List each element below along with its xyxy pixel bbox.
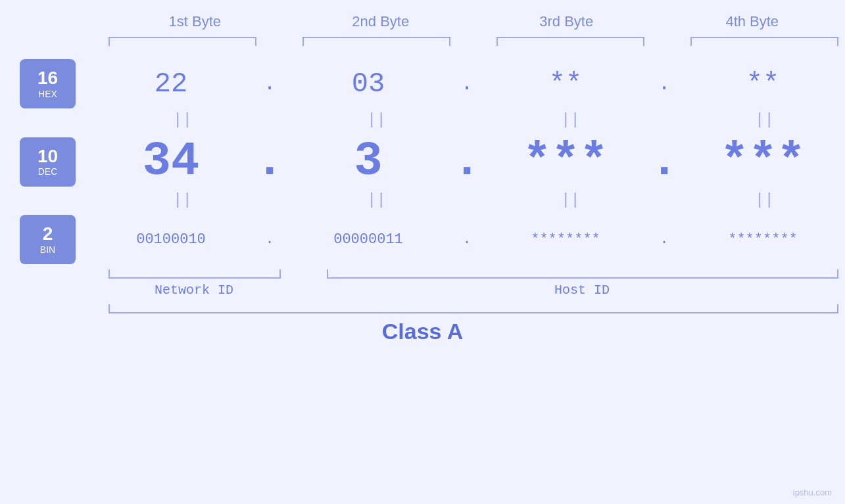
dec-byte4: *** — [681, 135, 845, 189]
dec-badge: 10 DEC — [20, 137, 76, 187]
class-a-row: Class A — [0, 319, 845, 344]
dec-row: 10 DEC 34 . 3 . *** . *** — [0, 135, 845, 189]
bin-byte2: 00000011 — [286, 231, 450, 248]
hex-badge-number: 16 — [37, 68, 58, 89]
equals-row-1: || || || || — [0, 111, 845, 129]
hex-byte1: 22 — [89, 68, 253, 100]
eq2-b3: || — [496, 191, 644, 209]
dec-badge-label: DEC — [38, 166, 58, 177]
bin-byte3: ******** — [483, 231, 648, 248]
dec-dot1: . — [253, 135, 286, 189]
byte1-header: 1st Byte — [102, 13, 288, 30]
hex-dot3: . — [648, 72, 681, 96]
class-bracket-row — [0, 304, 845, 313]
equals-row-2: || || || || — [0, 191, 845, 209]
hex-badge-label: HEX — [38, 89, 57, 99]
bottom-bracket-area — [0, 269, 845, 279]
eq1-b2: || — [302, 111, 450, 129]
bin-badge: 2 BIN — [20, 215, 76, 264]
top-bracket-row — [0, 37, 845, 46]
bin-dot2: . — [450, 231, 483, 248]
dec-byte2: 3 — [286, 135, 450, 189]
dec-dot3: . — [648, 135, 681, 189]
eq2-b1: || — [109, 191, 256, 209]
dec-byte1: 34 — [89, 135, 253, 189]
bin-row: 2 BIN 00100010 . 00000011 . ******** . *… — [0, 215, 845, 264]
eq1-b4: || — [690, 111, 838, 129]
dec-badge-number: 10 — [37, 147, 58, 167]
host-id-label: Host ID — [326, 283, 838, 298]
hex-dot1: . — [253, 72, 286, 96]
id-labels-row: Network ID Host ID — [0, 283, 845, 298]
bracket-byte3 — [496, 37, 644, 46]
eq2-b4: || — [690, 191, 838, 209]
bracket-byte1 — [109, 37, 256, 46]
bin-badge-number: 2 — [43, 224, 53, 244]
byte3-header: 3rd Byte — [473, 13, 660, 30]
hex-values: 22 . 03 . ** . ** — [89, 68, 845, 100]
dec-values: 34 . 3 . *** . *** — [89, 135, 845, 189]
hex-badge: 16 HEX — [20, 59, 76, 108]
watermark: ipshu.com — [793, 488, 832, 497]
hex-dot2: . — [450, 72, 483, 96]
hex-row: 16 HEX 22 . 03 . ** . ** — [0, 59, 845, 108]
eq1-b3: || — [496, 111, 644, 129]
dec-byte3: *** — [483, 135, 648, 189]
eq1-b1: || — [109, 111, 256, 129]
bin-dot3: . — [648, 231, 681, 248]
host-id-bracket — [327, 269, 838, 279]
byte2-header: 2nd Byte — [288, 13, 474, 30]
bin-byte4: ******** — [681, 231, 845, 248]
main-container: 1st Byte 2nd Byte 3rd Byte 4th Byte 16 H… — [0, 0, 845, 504]
hex-byte4: ** — [681, 68, 845, 100]
hex-byte2: 03 — [286, 68, 450, 100]
bin-values: 00100010 . 00000011 . ******** . *******… — [89, 231, 845, 248]
bracket-byte4 — [690, 37, 838, 46]
class-a-label: Class A — [382, 319, 463, 344]
byte4-header: 4th Byte — [660, 13, 846, 30]
bracket-byte2 — [302, 37, 450, 46]
hex-byte3: ** — [483, 68, 648, 100]
network-id-bracket — [109, 269, 281, 279]
bin-badge-label: BIN — [40, 244, 55, 255]
class-a-bracket — [109, 304, 838, 313]
bin-byte1: 00100010 — [89, 231, 253, 248]
network-id-label: Network ID — [109, 283, 279, 298]
bin-dot1: . — [253, 231, 286, 248]
byte-headers: 1st Byte 2nd Byte 3rd Byte 4th Byte — [0, 13, 845, 30]
eq2-b2: || — [302, 191, 450, 209]
dec-dot2: . — [450, 135, 483, 189]
